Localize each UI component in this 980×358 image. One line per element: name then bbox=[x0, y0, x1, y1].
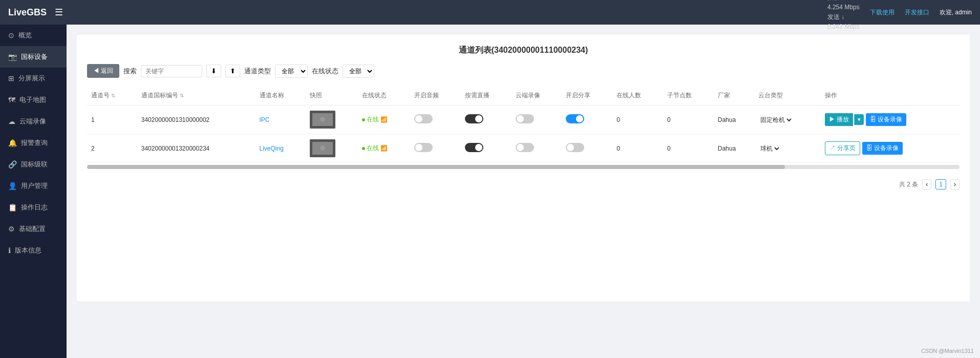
sort-gbcode-icon[interactable]: ⇅ bbox=[180, 93, 184, 98]
sidebar-item-electronic-map[interactable]: 🗺电子地图 bbox=[0, 89, 67, 111]
download-link[interactable]: 下载使用 bbox=[870, 8, 894, 17]
device-record-button2[interactable]: 🗄 设备录像 bbox=[862, 142, 903, 155]
sidebar-label-overview: 概览 bbox=[18, 31, 32, 40]
channel-name-link[interactable]: IPC bbox=[260, 116, 270, 123]
sidebar-label-national-device: 国标设备 bbox=[21, 52, 48, 61]
sidebar-label-basic-config: 基础配置 bbox=[19, 224, 46, 234]
current-page: 1 bbox=[935, 179, 946, 189]
pagination: 共 2 条 ‹ 1 › bbox=[87, 179, 960, 189]
col-index: 通道号 ⇅ bbox=[87, 86, 137, 106]
page-title: 通道列表(34020000001110000234) bbox=[87, 45, 960, 56]
sidebar-item-version-info[interactable]: ℹ版本信息 bbox=[0, 240, 67, 261]
search-label: 搜索 bbox=[123, 67, 137, 76]
table-body: 1 34020000001310000002 IPC 在线 📶 bbox=[87, 106, 960, 163]
toggle-off[interactable] bbox=[566, 143, 584, 152]
prev-page-button[interactable]: ‹ bbox=[922, 179, 931, 189]
cell-gb-code: 34020000001320000234 bbox=[137, 134, 255, 163]
play-dropdown-button[interactable]: ▾ bbox=[854, 114, 864, 125]
sidebar-item-overview[interactable]: ⊙概览 bbox=[0, 25, 67, 46]
col-sub-nodes: 子节点数 bbox=[663, 86, 714, 106]
col-online-count: 在线人数 bbox=[612, 86, 663, 106]
status-dot-icon bbox=[362, 147, 365, 150]
receive-stats: 接收 ↑ 4.254 Mbps bbox=[827, 0, 860, 12]
cell-audio bbox=[410, 134, 461, 163]
next-page-button[interactable]: › bbox=[950, 179, 960, 189]
sort-index-icon[interactable]: ⇅ bbox=[111, 93, 115, 98]
cell-audio bbox=[410, 106, 461, 134]
api-link[interactable]: 开发接口 bbox=[905, 8, 929, 17]
cell-cloud-record bbox=[512, 134, 562, 163]
channel-type-select[interactable]: 全部 IPC NVR bbox=[275, 65, 308, 78]
sidebar-item-operation-log[interactable]: 📋操作日志 bbox=[0, 197, 67, 218]
sidebar-icon-alarm-query: 🔔 bbox=[8, 139, 17, 147]
cell-index: 1 bbox=[87, 106, 137, 134]
online-status-label: 在线状态 bbox=[312, 67, 338, 76]
content-area: 通道列表(34020000001110000234) ◀ 返回 搜索 ⬇ ⬆ 通… bbox=[67, 25, 980, 358]
toggle-off[interactable] bbox=[516, 143, 534, 152]
back-button[interactable]: ◀ 返回 bbox=[87, 64, 119, 78]
cell-ptz-type: 球机 bbox=[754, 134, 821, 163]
sidebar-icon-split-screen: ⊞ bbox=[8, 74, 14, 82]
svg-point-2 bbox=[320, 117, 325, 122]
sidebar-item-alarm-query[interactable]: 🔔报警查询 bbox=[0, 132, 67, 154]
cell-snapshot bbox=[306, 106, 358, 134]
toggle-on[interactable] bbox=[566, 114, 584, 123]
signal-bar-icon: 📶 bbox=[380, 145, 388, 152]
col-name: 通道名称 bbox=[255, 86, 306, 106]
col-audio: 开启音频 bbox=[410, 86, 461, 106]
table-scrollbar[interactable] bbox=[87, 165, 960, 169]
sidebar-item-split-screen[interactable]: ⊞分屏展示 bbox=[0, 68, 67, 89]
device-record-button[interactable]: 🗄 设备录像 bbox=[866, 113, 906, 126]
toggle-on-dark[interactable] bbox=[465, 114, 483, 123]
table-row: 2 34020000001320000234 LiveQing 在线 📶 bbox=[87, 134, 960, 163]
sidebar-icon-electronic-map: 🗺 bbox=[8, 96, 15, 104]
channel-name-link[interactable]: LiveQing bbox=[260, 145, 284, 152]
col-live: 按需直播 bbox=[461, 86, 512, 106]
sidebar-item-national-device[interactable]: 📷国标设备 bbox=[0, 46, 67, 68]
sidebar-item-user-management[interactable]: 👤用户管理 bbox=[0, 175, 67, 197]
toggle-on-dark[interactable] bbox=[465, 143, 483, 152]
welcome-text: 欢迎, admin bbox=[940, 8, 972, 17]
toggle-off[interactable] bbox=[414, 114, 433, 123]
cell-manufacturer: Dahua bbox=[714, 106, 754, 134]
cell-online-status: 在线 📶 bbox=[358, 134, 410, 163]
menu-toggle-icon[interactable]: ☰ bbox=[55, 7, 63, 18]
sidebar-item-basic-config[interactable]: ⚙基础配置 bbox=[0, 218, 67, 240]
sidebar-icon-national-cascade: 🔗 bbox=[8, 160, 17, 169]
cell-name: LiveQing bbox=[255, 134, 306, 163]
table-wrap: 通道号 ⇅ 通道国标编号 ⇅ 通道名称 快照 在线状态 开启音频 按需直播 云端… bbox=[87, 86, 960, 171]
online-status-select[interactable]: 全部 在线 离线 bbox=[343, 65, 374, 78]
main-panel: 通道列表(34020000001110000234) ◀ 返回 搜索 ⬇ ⬆ 通… bbox=[77, 35, 970, 301]
status-badge: 在线 📶 bbox=[362, 144, 406, 153]
main-layout: ⊙概览📷国标设备⊞分屏展示🗺电子地图☁云端录像🔔报警查询🔗国标级联👤用户管理📋操… bbox=[0, 25, 980, 358]
snapshot-thumb bbox=[310, 139, 335, 157]
channel-table: 通道号 ⇅ 通道国标编号 ⇅ 通道名称 快照 在线状态 开启音频 按需直播 云端… bbox=[87, 86, 960, 163]
cell-gb-code: 34020000001310000002 bbox=[137, 106, 255, 134]
cell-actions: ↗ 分享页 🗄 设备录像 bbox=[821, 134, 960, 163]
table-row: 1 34020000001310000002 IPC 在线 📶 bbox=[87, 106, 960, 134]
download-icon-button[interactable]: ⬇ bbox=[206, 65, 221, 77]
sidebar-label-national-cascade: 国标级联 bbox=[21, 160, 48, 169]
table-header-row: 通道号 ⇅ 通道国标编号 ⇅ 通道名称 快照 在线状态 开启音频 按需直播 云端… bbox=[87, 86, 960, 106]
sidebar-label-version-info: 版本信息 bbox=[15, 246, 41, 255]
toggle-off[interactable] bbox=[516, 114, 534, 123]
sidebar-icon-overview: ⊙ bbox=[8, 31, 14, 39]
ptz-type-select[interactable]: 球机 bbox=[758, 144, 781, 153]
sidebar-item-national-cascade[interactable]: 🔗国标级联 bbox=[0, 154, 67, 175]
sidebar-label-operation-log: 操作日志 bbox=[21, 203, 48, 212]
sidebar-item-cloud-recording[interactable]: ☁云端录像 bbox=[0, 111, 67, 132]
total-count: 共 2 条 bbox=[899, 180, 918, 189]
sidebar-icon-operation-log: 📋 bbox=[8, 203, 17, 212]
toggle-off[interactable] bbox=[414, 143, 433, 152]
col-share: 开启分享 bbox=[562, 86, 612, 106]
upload-icon-button[interactable]: ⬆ bbox=[225, 65, 240, 77]
play-button[interactable]: ▶ 播放 bbox=[825, 113, 853, 126]
sidebar-label-split-screen: 分屏展示 bbox=[18, 74, 45, 83]
sidebar-label-alarm-query: 报警查询 bbox=[21, 138, 48, 148]
sidebar-label-cloud-recording: 云端录像 bbox=[19, 117, 46, 126]
col-snapshot: 快照 bbox=[306, 86, 358, 106]
cell-online-count: 0 bbox=[612, 106, 663, 134]
share-page-button[interactable]: ↗ 分享页 bbox=[825, 141, 860, 155]
ptz-type-select[interactable]: 固定枪机 bbox=[758, 116, 793, 124]
search-input[interactable] bbox=[141, 65, 202, 77]
